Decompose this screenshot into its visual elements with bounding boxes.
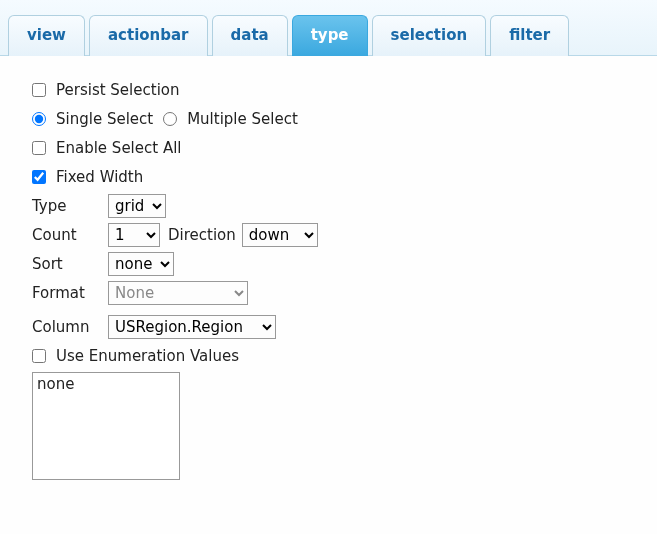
use-enumeration-values-checkbox[interactable]	[32, 349, 46, 363]
tab-actionbar[interactable]: actionbar	[89, 15, 208, 56]
use-enumeration-values-label: Use Enumeration Values	[56, 347, 239, 365]
tab-content-type: Persist Selection Single Select Multiple…	[0, 56, 657, 498]
sort-label: Sort	[32, 255, 102, 273]
column-label: Column	[32, 318, 102, 336]
multiple-select-label: Multiple Select	[187, 110, 298, 128]
tab-bar: view actionbar data type selection filte…	[0, 0, 657, 56]
direction-label: Direction	[168, 226, 236, 244]
tab-selection[interactable]: selection	[372, 15, 487, 56]
fixed-width-label: Fixed Width	[56, 168, 143, 186]
direction-select[interactable]: down	[242, 223, 318, 247]
count-label: Count	[32, 226, 102, 244]
enumeration-listbox[interactable]: none	[32, 372, 180, 480]
multiple-select-radio[interactable]	[163, 112, 177, 126]
persist-selection-label: Persist Selection	[56, 81, 179, 99]
format-label: Format	[32, 284, 102, 302]
format-select[interactable]: None	[108, 281, 248, 305]
column-select[interactable]: USRegion.Region	[108, 315, 276, 339]
type-label: Type	[32, 197, 102, 215]
type-select[interactable]: grid	[108, 194, 166, 218]
sort-select[interactable]: none	[108, 252, 174, 276]
single-select-radio[interactable]	[32, 112, 46, 126]
list-item[interactable]: none	[37, 375, 175, 393]
persist-selection-checkbox[interactable]	[32, 83, 46, 97]
fixed-width-checkbox[interactable]	[32, 170, 46, 184]
single-select-label: Single Select	[56, 110, 153, 128]
tab-type[interactable]: type	[292, 15, 368, 56]
tab-data[interactable]: data	[212, 15, 288, 56]
enable-select-all-checkbox[interactable]	[32, 141, 46, 155]
count-select[interactable]: 1	[108, 223, 160, 247]
tab-filter[interactable]: filter	[490, 15, 569, 56]
tab-view[interactable]: view	[8, 15, 85, 56]
enable-select-all-label: Enable Select All	[56, 139, 182, 157]
